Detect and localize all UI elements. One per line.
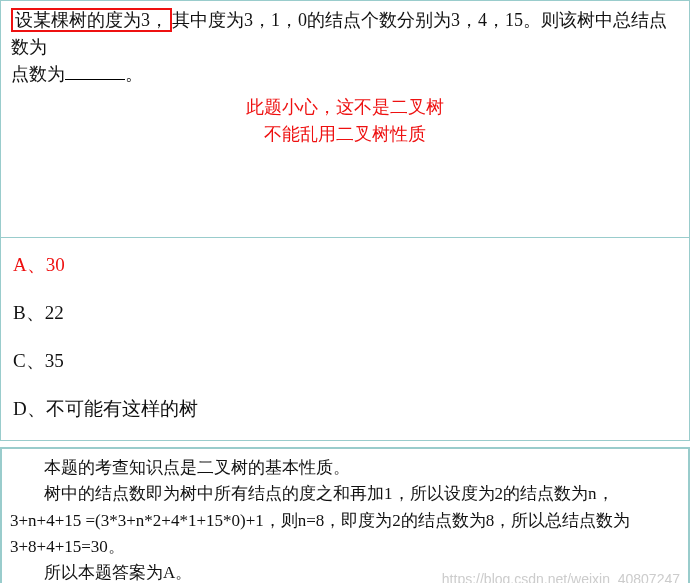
option-c: C、35 [13,348,677,374]
blank-underline [65,62,125,80]
note-line-2: 不能乱用二叉树性质 [11,121,679,148]
explanation-p2: 树中的结点数即为树中所有结点的度之和再加1，所以设度为2的结点数为n，3+n+4… [10,481,680,560]
explanation-box: 本题的考查知识点是二叉树的基本性质。 树中的结点数即为树中所有结点的度之和再加1… [0,447,690,583]
watermark-text: https://blog.csdn.net/weixin_40807247 [442,569,680,583]
question-box: 设某棵树的度为3，其中度为3，1，0的结点个数分别为3，4，15。则该树中总结点… [0,0,690,238]
option-a: A、30 [13,252,677,278]
warning-note: 此题小心，这不是二叉树 不能乱用二叉树性质 [11,94,679,148]
note-line-1: 此题小心，这不是二叉树 [11,94,679,121]
options-box: A、30 B、22 C、35 D、不可能有这样的树 [0,238,690,441]
question-text: 设某棵树的度为3，其中度为3，1，0的结点个数分别为3，4，15。则该树中总结点… [11,7,679,88]
option-d: D、不可能有这样的树 [13,396,677,422]
explanation-p1: 本题的考查知识点是二叉树的基本性质。 [10,455,680,481]
question-rest-after: 点数为。 [11,64,143,84]
highlighted-phrase: 设某棵树的度为3， [11,8,172,32]
option-b: B、22 [13,300,677,326]
